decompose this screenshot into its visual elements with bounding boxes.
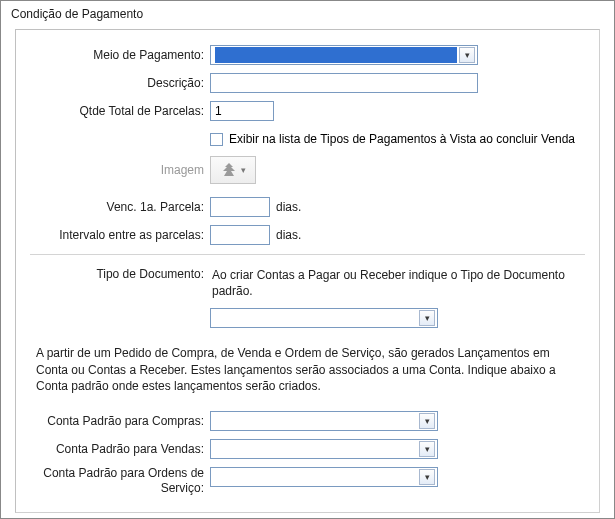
row-checkbox-vista: Exibir na lista de Tipos de Pagamentos à… <box>30 128 585 150</box>
row-tipo-documento-hint: Tipo de Documento: Ao criar Contas a Pag… <box>30 265 585 301</box>
label-qtde-parcelas: Qtde Total de Parcelas: <box>30 104 210 118</box>
label-meio-pagamento: Meio de Pagamento: <box>30 48 210 62</box>
chevron-down-icon[interactable]: ▾ <box>419 310 435 326</box>
descricao-input[interactable] <box>210 73 478 93</box>
row-conta-ordens: Conta Padrão para Ordens de Serviço: ▾ <box>30 466 585 496</box>
label-venc-1a: Venc. 1a. Parcela: <box>30 200 210 214</box>
chevron-down-icon[interactable]: ▾ <box>459 47 475 63</box>
chevron-down-icon[interactable]: ▾ <box>419 413 435 429</box>
row-conta-vendas: Conta Padrão para Vendas: ▾ <box>30 438 585 460</box>
meio-pagamento-combo[interactable]: ▾ <box>210 45 478 65</box>
chevron-down-icon: ▾ <box>241 165 246 175</box>
form-panel: Meio de Pagamento: ▾ Descrição: Qtde Tot… <box>15 29 600 513</box>
row-descricao: Descrição: <box>30 72 585 94</box>
info-paragraph: A partir de um Pedido de Compra, de Vend… <box>34 343 581 396</box>
unit-dias-1: dias. <box>276 200 301 214</box>
window-title: Condição de Pagamento <box>1 1 614 25</box>
content-outer: Meio de Pagamento: ▾ Descrição: Qtde Tot… <box>1 25 614 519</box>
row-meio-pagamento: Meio de Pagamento: ▾ <box>30 44 585 66</box>
row-imagem: Imagem ▾ <box>30 156 585 184</box>
qtde-parcelas-input[interactable] <box>210 101 274 121</box>
conta-vendas-combo[interactable]: ▾ <box>210 439 438 459</box>
checkbox-vista-label: Exibir na lista de Tipos de Pagamentos à… <box>229 132 575 146</box>
conta-ordens-combo[interactable]: ▾ <box>210 467 438 487</box>
label-tipo-documento: Tipo de Documento: <box>30 265 210 281</box>
intervalo-input[interactable] <box>210 225 270 245</box>
imagem-picker-button[interactable]: ▾ <box>210 156 256 184</box>
row-intervalo: Intervalo entre as parcelas: dias. <box>30 224 585 246</box>
image-icon <box>221 162 237 178</box>
label-conta-compras: Conta Padrão para Compras: <box>30 414 210 428</box>
label-intervalo: Intervalo entre as parcelas: <box>30 228 210 242</box>
dialog-window: Condição de Pagamento Meio de Pagamento:… <box>0 0 615 519</box>
button-bar: OK Cancelar <box>15 513 600 519</box>
svg-marker-0 <box>223 163 235 176</box>
row-venc-1a: Venc. 1a. Parcela: dias. <box>30 196 585 218</box>
tipo-documento-hint: Ao criar Contas a Pagar ou Receber indiq… <box>210 265 585 301</box>
label-imagem: Imagem <box>30 163 210 177</box>
row-tipo-documento: ▾ <box>30 307 585 329</box>
chevron-down-icon[interactable]: ▾ <box>419 469 435 485</box>
divider-1 <box>30 254 585 255</box>
tipo-documento-combo[interactable]: ▾ <box>210 308 438 328</box>
label-conta-ordens: Conta Padrão para Ordens de Serviço: <box>30 466 210 496</box>
conta-compras-combo[interactable]: ▾ <box>210 411 438 431</box>
label-conta-vendas: Conta Padrão para Vendas: <box>30 442 210 456</box>
meio-pagamento-value <box>215 47 457 63</box>
checkbox-vista[interactable] <box>210 133 223 146</box>
unit-dias-2: dias. <box>276 228 301 242</box>
label-descricao: Descrição: <box>30 76 210 90</box>
row-qtde-parcelas: Qtde Total de Parcelas: <box>30 100 585 122</box>
venc-1a-input[interactable] <box>210 197 270 217</box>
chevron-down-icon[interactable]: ▾ <box>419 441 435 457</box>
row-conta-compras: Conta Padrão para Compras: ▾ <box>30 410 585 432</box>
